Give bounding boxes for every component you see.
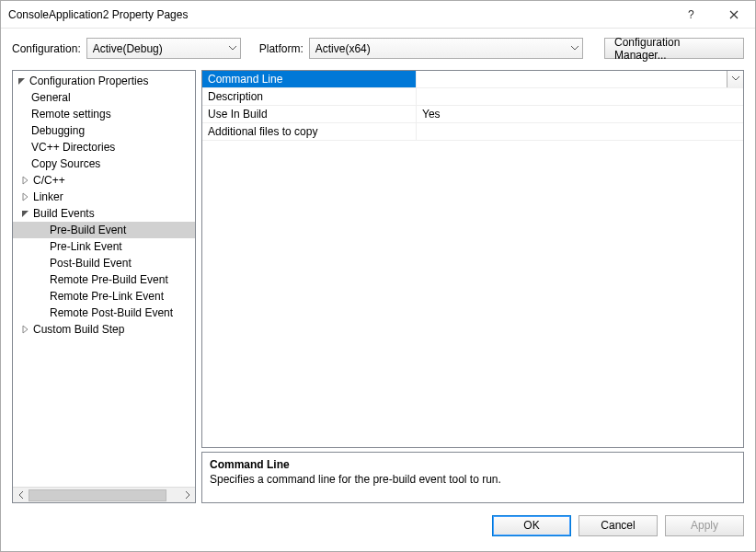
tree-panel: Configuration PropertiesGeneralRemote se…	[12, 70, 196, 503]
chevron-down-icon	[732, 76, 739, 82]
property-pages-dialog: ConsoleApplication2 Property Pages ? Con…	[0, 0, 756, 552]
configuration-label: Configuration:	[12, 42, 81, 55]
tree-item[interactable]: Remote Pre-Link Event	[13, 288, 195, 305]
tree-item[interactable]: Build Events	[13, 205, 195, 222]
window-title: ConsoleApplication2 Property Pages	[8, 8, 670, 21]
property-name: Description	[202, 88, 417, 105]
expander-open-icon[interactable]	[17, 75, 28, 86]
configuration-value: Active(Debug)	[93, 42, 163, 55]
property-value[interactable]	[417, 88, 743, 105]
tree-item[interactable]: Remote Pre-Build Event	[13, 271, 195, 288]
help-button[interactable]: ?	[670, 1, 713, 29]
tree-item[interactable]: Remote Post-Build Event	[13, 305, 195, 321]
ok-button[interactable]: OK	[492, 515, 571, 536]
tree-item[interactable]: Post-Build Event	[13, 255, 195, 271]
property-value[interactable]	[417, 123, 743, 140]
configuration-dropdown[interactable]: Active(Debug)	[86, 38, 241, 59]
property-value[interactable]: Yes	[417, 106, 743, 122]
scroll-right-icon[interactable]	[179, 488, 195, 503]
expander-closed-icon[interactable]	[20, 324, 31, 335]
property-name: Additional files to copy	[202, 123, 417, 140]
expander-open-icon[interactable]	[20, 208, 31, 219]
property-row[interactable]: Use In BuildYes	[202, 106, 743, 123]
tree-item[interactable]: Debugging	[13, 122, 195, 139]
property-row[interactable]: Additional files to copy	[202, 123, 743, 141]
platform-dropdown[interactable]: Active(x64)	[309, 38, 583, 59]
apply-button[interactable]: Apply	[665, 515, 744, 536]
chevron-down-icon	[571, 46, 578, 52]
config-toolbar: Configuration: Active(Debug) Platform: A…	[1, 29, 755, 70]
property-name: Command Line	[202, 71, 417, 87]
tree-item[interactable]: VC++ Directories	[13, 139, 195, 155]
chevron-down-icon	[229, 46, 236, 52]
expander-closed-icon[interactable]	[20, 191, 31, 202]
scroll-thumb[interactable]	[29, 489, 166, 501]
tree-item[interactable]: Custom Build Step	[13, 321, 195, 338]
cancel-button[interactable]: Cancel	[578, 515, 658, 536]
property-row[interactable]: Command Line	[202, 71, 743, 88]
help-icon: ?	[687, 8, 696, 21]
scroll-left-icon[interactable]	[13, 488, 29, 503]
titlebar: ConsoleApplication2 Property Pages ?	[1, 1, 755, 29]
property-row[interactable]: Description	[202, 88, 743, 106]
property-dropdown-button[interactable]	[727, 71, 743, 87]
tree-item[interactable]: Pre-Link Event	[13, 238, 195, 255]
platform-label: Platform:	[259, 42, 304, 55]
tree-item[interactable]: Linker	[13, 189, 195, 205]
tree-root[interactable]: Configuration Properties	[13, 73, 195, 89]
tree-item[interactable]: C/C++	[13, 172, 195, 189]
tree-item[interactable]: Remote settings	[13, 106, 195, 122]
scroll-track[interactable]	[29, 488, 179, 503]
platform-value: Active(x64)	[315, 42, 371, 55]
property-name: Use In Build	[202, 106, 417, 122]
configuration-manager-button[interactable]: Configuration Manager...	[604, 38, 744, 59]
description-text: Specifies a command line for the pre-bui…	[210, 473, 736, 486]
horizontal-scrollbar[interactable]	[13, 487, 195, 502]
dialog-footer: OK Cancel Apply	[1, 509, 755, 551]
property-value[interactable]	[417, 71, 727, 87]
property-tree[interactable]: Configuration PropertiesGeneralRemote se…	[13, 71, 195, 487]
tree-item[interactable]: Pre-Build Event	[13, 222, 195, 238]
close-button[interactable]	[713, 1, 755, 29]
expander-closed-icon[interactable]	[20, 175, 31, 186]
description-pane: Command Line Specifies a command line fo…	[201, 452, 744, 503]
tree-item[interactable]: General	[13, 89, 195, 106]
tree-item[interactable]: Copy Sources	[13, 155, 195, 172]
close-icon	[729, 10, 739, 19]
svg-text:?: ?	[688, 8, 694, 21]
description-title: Command Line	[210, 458, 736, 471]
property-grid[interactable]: Command LineDescriptionUse In BuildYesAd…	[201, 70, 744, 448]
